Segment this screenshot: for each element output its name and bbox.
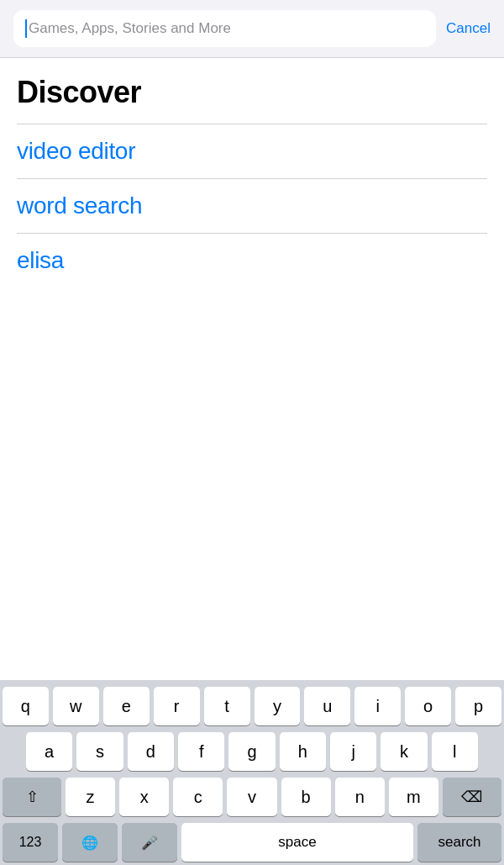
key-l[interactable]: l — [432, 732, 478, 771]
suggestion-item-2[interactable]: elisa — [17, 234, 487, 287]
suggestion-text-0: video editor — [17, 138, 135, 164]
numbers-label: 123 — [19, 835, 42, 850]
key-p[interactable]: p — [455, 687, 501, 725]
key-e[interactable]: e — [103, 687, 150, 725]
keyboard: q w e r t y u i o p a s d f g h j k l ⇧ … — [0, 680, 504, 865]
key-b[interactable]: b — [281, 778, 331, 816]
search-placeholder: Games, Apps, Stories and More — [29, 20, 231, 37]
search-bar-area: Games, Apps, Stories and More Cancel — [0, 0, 504, 58]
key-y[interactable]: y — [255, 687, 301, 725]
shift-icon: ⇧ — [26, 788, 39, 806]
globe-icon: 🌐 — [81, 835, 98, 851]
keyboard-row-3: ⇧ z x c v b n m ⌫ — [3, 778, 501, 816]
key-v[interactable]: v — [227, 778, 276, 816]
key-r[interactable]: r — [154, 687, 200, 725]
key-u[interactable]: u — [304, 687, 350, 725]
key-j[interactable]: j — [330, 732, 376, 771]
key-a[interactable]: a — [26, 732, 72, 771]
globe-key[interactable]: 🌐 — [62, 823, 118, 862]
key-o[interactable]: o — [405, 687, 451, 725]
key-m[interactable]: m — [389, 778, 438, 816]
suggestion-text-1: word search — [17, 193, 142, 219]
keyboard-row-4: 123 🌐 🎤 space search — [3, 823, 501, 862]
search-key[interactable]: search — [417, 823, 501, 862]
keyboard-row-2: a s d f g h j k l — [3, 732, 501, 771]
key-c[interactable]: c — [173, 778, 223, 816]
key-x[interactable]: x — [119, 778, 169, 816]
numbers-key[interactable]: 123 — [3, 823, 58, 862]
key-d[interactable]: d — [128, 732, 174, 771]
key-i[interactable]: i — [354, 687, 401, 725]
key-n[interactable]: n — [335, 778, 385, 816]
key-k[interactable]: k — [381, 732, 427, 771]
key-w[interactable]: w — [53, 687, 99, 725]
cancel-button[interactable]: Cancel — [446, 17, 491, 40]
delete-icon: ⌫ — [461, 788, 482, 806]
space-key[interactable]: space — [181, 823, 413, 862]
space-label: space — [278, 834, 316, 851]
mic-key[interactable]: 🎤 — [122, 823, 177, 862]
suggestion-item-0[interactable]: video editor — [17, 124, 487, 178]
key-t[interactable]: t — [204, 687, 250, 725]
search-input[interactable]: Games, Apps, Stories and More — [13, 10, 436, 47]
shift-key[interactable]: ⇧ — [3, 778, 61, 816]
suggestion-item-1[interactable]: word search — [17, 179, 487, 233]
suggestion-text-2: elisa — [17, 247, 64, 273]
key-s[interactable]: s — [76, 732, 123, 771]
key-f[interactable]: f — [178, 732, 224, 771]
key-q[interactable]: q — [3, 687, 49, 725]
key-h[interactable]: h — [280, 732, 326, 771]
cursor — [25, 19, 27, 38]
discover-section: Discover video editor word search elisa — [0, 58, 504, 287]
keyboard-row-1: q w e r t y u i o p — [3, 687, 501, 725]
discover-title: Discover — [17, 75, 487, 110]
key-g[interactable]: g — [228, 732, 275, 771]
delete-key[interactable]: ⌫ — [443, 778, 501, 816]
search-label: search — [438, 834, 480, 851]
key-z[interactable]: z — [66, 778, 115, 816]
mic-icon: 🎤 — [141, 835, 158, 851]
